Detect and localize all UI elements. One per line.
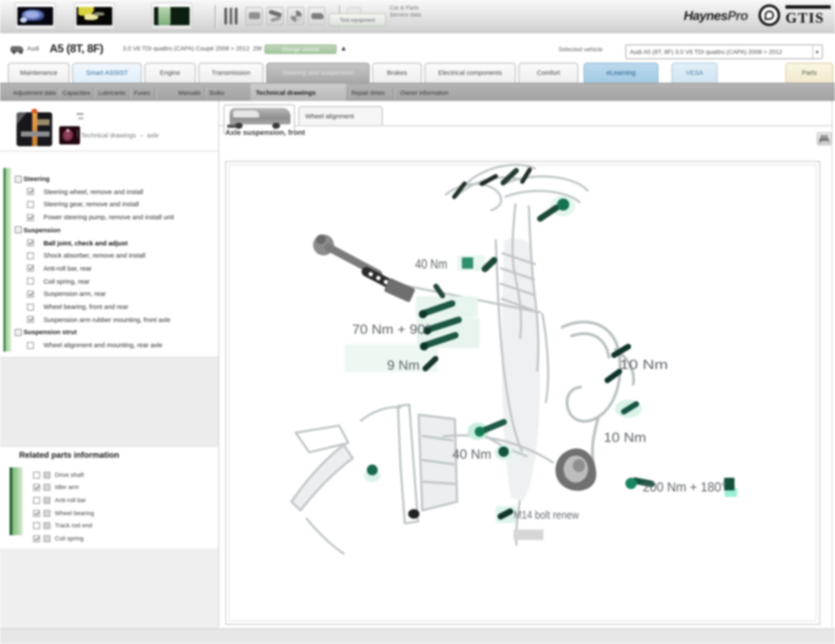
svg-text:70 Nm + 90°: 70 Nm + 90°: [352, 322, 431, 337]
svg-text:M14 bolt renew: M14 bolt renew: [513, 509, 579, 521]
svg-text:10 Nm: 10 Nm: [620, 357, 668, 372]
svg-text:200 Nm + 180°: 200 Nm + 180°: [643, 479, 726, 494]
svg-text:40 Nm: 40 Nm: [452, 446, 491, 462]
svg-text:9 Nm: 9 Nm: [387, 358, 420, 372]
svg-text:40 Nm: 40 Nm: [415, 256, 447, 271]
svg-text:10 Nm: 10 Nm: [604, 430, 646, 445]
